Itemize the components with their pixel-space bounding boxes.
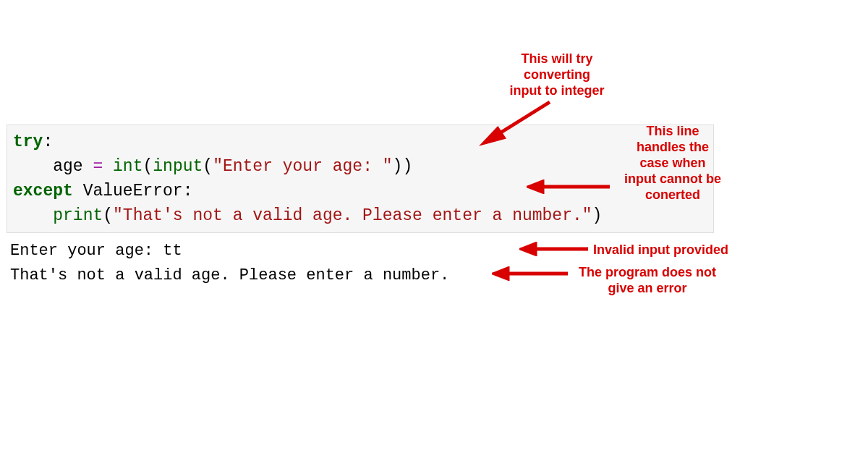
fn-input: input xyxy=(153,157,203,176)
colon: : xyxy=(183,182,193,200)
paren: ( xyxy=(203,157,213,176)
fn-print: print xyxy=(53,206,103,225)
paren: ( xyxy=(142,157,153,176)
paren: ( xyxy=(103,206,113,225)
output-line2: That's not a valid age. Please enter a n… xyxy=(10,266,449,284)
space xyxy=(73,182,83,200)
paren: )) xyxy=(393,157,413,176)
op-eq: = xyxy=(83,157,113,176)
annotation-invalid-input: Invalid input provided xyxy=(593,242,728,258)
annotation-no-error: The program does not give an error xyxy=(571,264,723,296)
colon: : xyxy=(43,132,53,151)
fn-int: int xyxy=(113,157,142,176)
err-type: ValueError xyxy=(83,182,183,200)
annotation-try-convert: This will try converting input to intege… xyxy=(492,51,622,98)
var-age: age xyxy=(53,157,82,176)
arrow-icon xyxy=(527,180,613,194)
str-prompt: "Enter your age: " xyxy=(213,157,392,176)
svg-marker-1 xyxy=(485,129,503,143)
svg-marker-5 xyxy=(522,244,535,254)
kw-try: try xyxy=(13,132,43,151)
paren: ) xyxy=(592,206,603,225)
svg-marker-7 xyxy=(495,269,508,279)
arrow-icon xyxy=(463,98,564,156)
indent xyxy=(13,206,53,225)
code-block: try: age = int(input("Enter your age: ")… xyxy=(7,124,714,233)
indent xyxy=(13,157,53,176)
svg-marker-3 xyxy=(529,182,542,192)
arrow-icon xyxy=(492,266,571,281)
annotation-except-handles: This line handles the case when input ca… xyxy=(615,123,731,203)
str-msg: "That's not a valid age. Please enter a … xyxy=(113,206,592,225)
kw-except: except xyxy=(13,182,73,200)
output-block: Enter your age: tt That's not a valid ag… xyxy=(10,239,449,288)
arrow-icon xyxy=(519,242,592,256)
output-line1: Enter your age: tt xyxy=(10,242,182,260)
